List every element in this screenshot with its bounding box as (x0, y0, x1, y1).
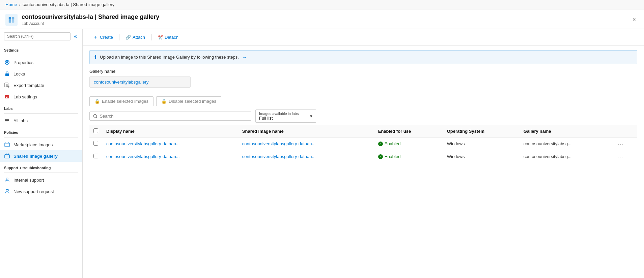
select-all-header (89, 125, 102, 137)
images-table: Display name Shared image name Enabled f… (89, 125, 637, 163)
settings-icon (4, 59, 10, 65)
enabled-label-0: Enabled (385, 141, 401, 146)
content-area: ＋ Create 🔗 Attach ✂️ Detach ℹ Upload an … (83, 29, 644, 278)
search-icon (93, 114, 97, 119)
sidebar-divider-1 (4, 55, 78, 55)
svg-rect-2 (9, 20, 11, 22)
gallery-name-label: Gallery name (89, 69, 637, 74)
info-icon: ℹ (94, 54, 96, 60)
enable-selected-images-button[interactable]: 🔒 Enable selected images (89, 96, 153, 106)
breadcrumb-home[interactable]: Home (5, 2, 17, 7)
disable-selected-images-button[interactable]: 🔒 Disable selected images (156, 96, 221, 106)
gallery-name-value: contosouniversitylabsgallery (89, 76, 191, 88)
enabled-dot-1: ✓ (378, 154, 383, 159)
svg-rect-8 (6, 97, 7, 98)
svg-rect-6 (5, 95, 9, 98)
sidebar-section-policies: Policies (0, 126, 82, 136)
toolbar: ＋ Create 🔗 Attach ✂️ Detach (83, 29, 644, 45)
sidebar-search-input[interactable] (4, 32, 71, 40)
attach-icon: 🔗 (125, 35, 131, 40)
disable-label: Disable selected images (169, 99, 216, 104)
row-checkbox-cell (89, 150, 102, 163)
row-checkbox-1[interactable] (93, 154, 98, 158)
list-icon (4, 118, 10, 124)
more-options-icon-0[interactable]: ··· (618, 141, 624, 147)
sidebar: « Settings Properties Locks Export templ… (0, 29, 83, 278)
toolbar-separator-2 (151, 34, 151, 40)
sidebar-item-locks[interactable]: Locks (0, 68, 82, 80)
row-gallery-name-0: contosouniversitylabsg... (520, 137, 614, 150)
lab-settings-icon (4, 94, 10, 100)
sidebar-item-lab-settings-label: Lab settings (13, 94, 37, 99)
images-action-toolbar: 🔒 Enable selected images 🔒 Disable selec… (83, 93, 644, 110)
select-all-checkbox[interactable] (93, 128, 98, 133)
sidebar-item-shared-image-gallery[interactable]: Shared image gallery (0, 150, 82, 162)
sidebar-item-all-labs-label: All labs (13, 118, 28, 123)
sidebar-item-marketplace-images[interactable]: Marketplace images (0, 139, 82, 150)
breadcrumb-current: contosouniversitylabs-la | Shared image … (23, 2, 114, 7)
chevron-down-icon: ▾ (310, 114, 312, 119)
sidebar-section-labs: Labs (0, 102, 82, 112)
info-banner-link[interactable]: → (242, 55, 247, 60)
sidebar-item-marketplace-images-label: Marketplace images (13, 142, 53, 147)
lock-enable-icon: 🔒 (94, 99, 100, 104)
support-icon (4, 177, 10, 183)
attach-button[interactable]: 🔗 Attach (122, 33, 148, 42)
images-table-wrapper: Display name Shared image name Enabled f… (83, 125, 644, 163)
sidebar-item-lab-settings[interactable]: Lab settings (0, 91, 82, 102)
row-display-name-0[interactable]: contosouniversitylabsgallery-dataan... (102, 137, 238, 150)
sidebar-item-new-support-request[interactable]: New support request (0, 186, 82, 197)
breadcrumb-sep: › (19, 2, 21, 7)
detach-icon: ✂️ (158, 35, 163, 40)
search-box (89, 112, 251, 121)
col-shared-image-name: Shared image name (238, 125, 374, 137)
svg-rect-11 (5, 122, 8, 122)
lock-disable-icon: 🔒 (161, 99, 167, 104)
sidebar-item-internal-support-label: Internal support (13, 178, 44, 183)
enable-label: Enable selected images (102, 99, 148, 104)
svg-rect-9 (5, 119, 9, 120)
gallery-icon (4, 153, 10, 159)
support-request-icon (4, 188, 10, 194)
detach-button[interactable]: ✂️ Detach (154, 33, 182, 42)
attach-label: Attach (133, 35, 145, 40)
svg-rect-4 (5, 73, 9, 76)
row-more-1[interactable]: ··· (614, 150, 637, 163)
col-operating-system: Operating System (443, 125, 520, 137)
sidebar-item-export-template-label: Export template (13, 83, 44, 88)
svg-rect-1 (12, 17, 14, 19)
row-more-0[interactable]: ··· (614, 137, 637, 150)
row-checkbox-cell (89, 137, 102, 150)
sidebar-section-settings: Settings (0, 44, 82, 54)
create-button[interactable]: ＋ Create (89, 32, 116, 42)
row-display-name-1[interactable]: contosouniversitylabsgallery-dataan... (102, 150, 238, 163)
sidebar-item-properties[interactable]: Properties (0, 57, 82, 68)
create-label: Create (100, 35, 113, 40)
sidebar-section-support: Support + troubleshooting (0, 162, 82, 171)
sidebar-divider-2 (4, 113, 78, 114)
col-enabled-for-use: Enabled for use (374, 125, 443, 137)
table-search-input[interactable] (100, 114, 248, 119)
sidebar-divider-3 (4, 137, 78, 137)
row-checkbox-0[interactable] (93, 141, 98, 146)
images-available-filter[interactable]: Images available in labs Full list ▾ (255, 110, 316, 123)
svg-rect-13 (5, 155, 9, 158)
page-title: contosouniversitylabs-la | Shared image … (22, 13, 159, 21)
page-header-left: contosouniversitylabs-la | Shared image … (5, 13, 159, 26)
sidebar-search-area: « (0, 29, 82, 44)
svg-rect-12 (5, 143, 9, 147)
row-shared-image-name-1[interactable]: contosouniversitylabsgallery-dataan... (238, 150, 374, 163)
collapse-button[interactable]: « (73, 33, 78, 40)
sidebar-item-all-labs[interactable]: All labs (0, 115, 82, 126)
more-options-icon-1[interactable]: ··· (618, 154, 624, 159)
row-os-1: Windows (443, 150, 520, 163)
row-enabled-0: ✓ Enabled (374, 137, 443, 150)
sidebar-item-export-template[interactable]: Export template (0, 80, 82, 91)
svg-point-15 (6, 189, 8, 191)
row-enabled-1: ✓ Enabled (374, 150, 443, 163)
detach-label: Detach (165, 35, 178, 40)
sidebar-item-internal-support[interactable]: Internal support (0, 174, 82, 186)
close-button[interactable]: × (629, 15, 639, 25)
sidebar-item-new-support-request-label: New support request (13, 189, 54, 194)
row-shared-image-name-0[interactable]: contosouniversitylabsgallery-dataan... (238, 137, 374, 150)
